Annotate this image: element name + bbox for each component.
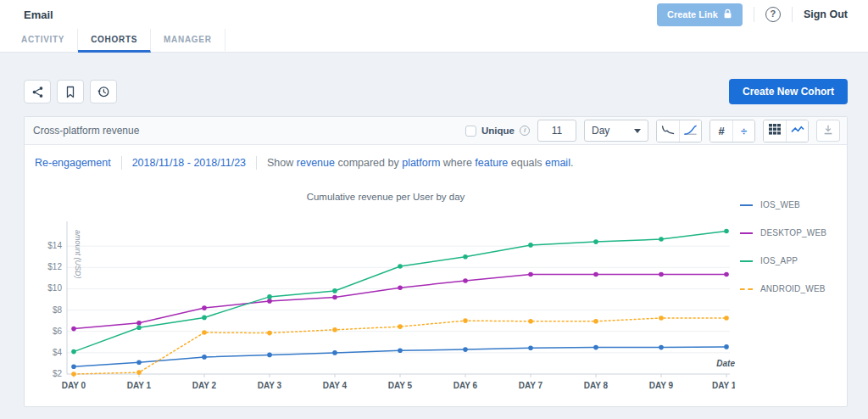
cumulative-curve-button[interactable] [679, 120, 701, 142]
totals-button[interactable]: # [710, 120, 732, 142]
data-point-android_web[interactable] [463, 318, 468, 323]
date-range-link[interactable]: 2018/11/18 - 2018/11/23 [132, 157, 246, 169]
action-row: Create New Cohort [24, 79, 848, 104]
query-term[interactable]: revenue [297, 157, 335, 169]
data-point-android_web[interactable] [593, 319, 598, 324]
data-point-ios_app[interactable] [463, 254, 468, 260]
data-point-android_web[interactable] [202, 330, 207, 335]
data-point-ios_web[interactable] [332, 350, 337, 355]
legend-swatch [740, 260, 753, 262]
help-button[interactable]: ? [765, 7, 781, 22]
view-mode-group [763, 120, 809, 142]
tab-cohorts[interactable]: COHORTS [78, 29, 151, 53]
data-point-ios_app[interactable] [136, 326, 142, 331]
tab-activity[interactable]: ACTIVITY [8, 29, 78, 53]
legend-swatch [740, 232, 753, 234]
tab-manager[interactable]: MANAGER [151, 29, 225, 53]
legend-label: IOS_APP [760, 256, 798, 265]
legend-item-ios_web[interactable]: IOS_WEB [740, 200, 843, 210]
data-point-ios_app[interactable] [71, 349, 76, 355]
y-tick-label: $2 [53, 369, 63, 378]
plot-column: Cumulative revenue per User by day $2$4$… [31, 180, 740, 405]
data-point-ios_web[interactable] [593, 345, 598, 350]
panel-title: Cross-platform revenue [33, 125, 139, 137]
cohort-filter-link[interactable]: Re-engagement [35, 157, 111, 169]
x-tick-label: DAY 8 [584, 381, 609, 390]
query-term[interactable]: email [545, 157, 570, 169]
topbar-actions: Create Link ? Sign Out [657, 3, 848, 26]
granularity-value: Day [592, 125, 609, 137]
data-point-android_web[interactable] [332, 327, 337, 332]
legend-item-desktop_web[interactable]: DESKTOP_WEB [740, 228, 843, 237]
data-point-android_web[interactable] [659, 316, 664, 321]
info-icon[interactable]: i [520, 126, 530, 136]
interval-input[interactable]: 11 [537, 120, 576, 142]
data-point-android_web[interactable] [528, 319, 533, 324]
series-line-ios_app[interactable] [74, 232, 726, 352]
series-line-desktop_web[interactable] [74, 275, 726, 329]
data-point-ios_web[interactable] [71, 364, 76, 369]
page-title: Email [24, 8, 53, 21]
legend-item-ios_app[interactable]: IOS_APP [740, 256, 843, 265]
data-point-ios_app[interactable] [593, 239, 598, 244]
history-icon [97, 85, 110, 98]
share-button[interactable] [24, 80, 51, 103]
table-view-button[interactable] [764, 120, 786, 142]
query-text: where [440, 157, 475, 169]
data-point-desktop_web[interactable] [332, 295, 337, 300]
data-point-ios_web[interactable] [724, 344, 729, 349]
x-tick-label: DAY 4 [323, 381, 348, 390]
create-link-button[interactable]: Create Link [657, 3, 743, 26]
y-tick-label: $6 [53, 327, 63, 336]
data-point-ios_web[interactable] [528, 345, 533, 350]
sign-out-button[interactable]: Sign Out [804, 8, 848, 20]
table-grid-icon [769, 124, 781, 137]
data-point-ios_app[interactable] [332, 288, 337, 293]
data-point-ios_web[interactable] [202, 355, 207, 360]
line-chart-view-button[interactable] [786, 120, 808, 142]
data-point-ios_app[interactable] [528, 243, 533, 248]
data-point-ios_web[interactable] [398, 349, 403, 354]
data-point-ios_web[interactable] [659, 345, 664, 350]
legend-item-android_web[interactable]: ANDROID_WEB [740, 284, 843, 293]
data-point-desktop_web[interactable] [398, 285, 403, 290]
data-point-ios_app[interactable] [267, 294, 272, 299]
data-point-desktop_web[interactable] [136, 321, 142, 326]
data-point-android_web[interactable] [724, 316, 729, 321]
x-tick-label: DAY 5 [388, 381, 413, 390]
retention-curve-button[interactable] [657, 120, 679, 142]
data-point-ios_app[interactable] [202, 316, 207, 321]
data-point-android_web[interactable] [136, 370, 142, 375]
data-point-android_web[interactable] [71, 372, 76, 377]
bookmark-button[interactable] [57, 80, 84, 103]
per-user-button[interactable]: ÷ [732, 120, 754, 142]
x-tick-label: DAY 1 [127, 381, 152, 390]
line-chart[interactable]: $2$4$6$8$10$12$14DAY 0DAY 1DAY 2DAY 3DAY… [31, 204, 735, 401]
granularity-select[interactable]: Day [584, 120, 648, 142]
create-new-cohort-button[interactable]: Create New Cohort [729, 79, 848, 104]
divider [754, 7, 754, 22]
data-point-desktop_web[interactable] [659, 272, 664, 277]
data-point-desktop_web[interactable] [724, 272, 729, 277]
query-term[interactable]: feature [475, 157, 508, 169]
data-point-ios_web[interactable] [463, 347, 468, 352]
data-point-android_web[interactable] [398, 324, 403, 329]
unique-checkbox[interactable] [465, 126, 476, 137]
data-point-desktop_web[interactable] [593, 272, 598, 277]
lock-icon [723, 8, 732, 21]
data-point-ios_app[interactable] [398, 264, 403, 269]
history-button[interactable] [90, 80, 117, 103]
data-point-desktop_web[interactable] [202, 305, 207, 310]
data-point-desktop_web[interactable] [267, 299, 272, 304]
download-button[interactable] [816, 120, 840, 142]
data-point-ios_app[interactable] [659, 237, 664, 242]
data-point-ios_web[interactable] [136, 360, 142, 365]
data-point-desktop_web[interactable] [528, 272, 533, 277]
y-tick-label: $14 [47, 241, 62, 250]
query-term[interactable]: platform [402, 157, 440, 169]
data-point-android_web[interactable] [267, 331, 272, 336]
data-point-desktop_web[interactable] [71, 327, 76, 332]
data-point-ios_web[interactable] [267, 353, 272, 358]
data-point-ios_app[interactable] [724, 229, 729, 234]
data-point-desktop_web[interactable] [463, 278, 468, 283]
